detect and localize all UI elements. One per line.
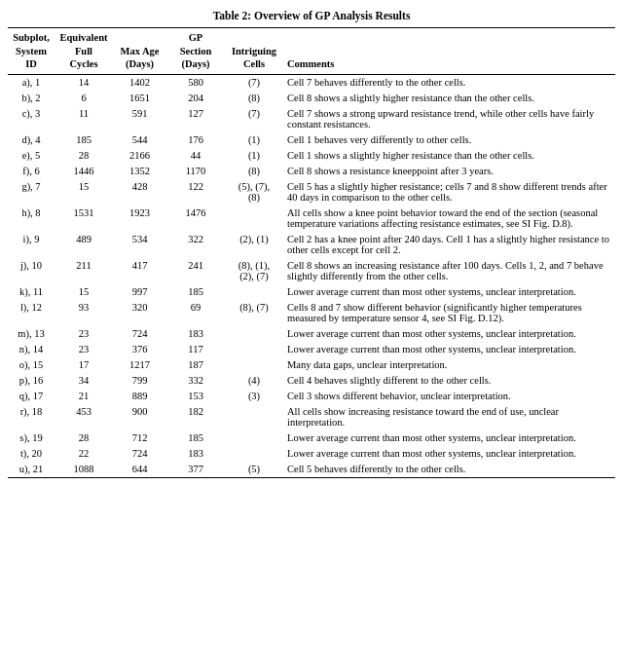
table-cell: 1352 — [113, 164, 166, 179]
table-cell: b), 2 — [8, 91, 55, 106]
table-cell: 122 — [166, 179, 225, 205]
table-cell: l), 12 — [8, 300, 55, 326]
table-cell: (8) — [225, 91, 283, 106]
table-cell: m), 13 — [8, 326, 55, 342]
table-cell: 1531 — [55, 205, 113, 232]
table-cell: g), 7 — [8, 179, 55, 205]
table-cell: f), 6 — [8, 164, 55, 179]
table-cell: Cell 7 behaves differently to the other … — [283, 74, 615, 91]
table-cell: 127 — [166, 106, 225, 132]
table-row: j), 10211417241(8), (1),(2), (7)Cell 8 s… — [8, 258, 615, 284]
table-cell: i), 9 — [8, 232, 55, 258]
table-cell: 34 — [55, 373, 113, 389]
table-cell: 1217 — [113, 357, 166, 373]
table-cell: 489 — [55, 232, 113, 258]
table-cell: 900 — [113, 404, 166, 430]
table-cell: (7) — [225, 106, 283, 132]
col-header-maxage: Max Age(Days) — [113, 28, 166, 75]
table-cell: 28 — [55, 148, 113, 164]
table-row: t), 2022724183Lower average current than… — [8, 446, 615, 462]
table-cell: (1) — [225, 148, 283, 164]
table-cell: 712 — [113, 430, 166, 446]
table-cell: j), 10 — [8, 258, 55, 284]
table-cell: Cell 8 shows a resistance kneeppoint aft… — [283, 164, 615, 179]
table-cell: 22 — [55, 446, 113, 462]
table-cell: 23 — [55, 326, 113, 342]
table-cell: 644 — [113, 462, 166, 478]
table-row: a), 1141402580(7)Cell 7 behaves differen… — [8, 74, 615, 91]
table-cell: (4) — [225, 373, 283, 389]
col-header-subplot: Subplot,SystemID — [8, 28, 55, 75]
table-cell: 204 — [166, 91, 225, 106]
col-header-cycles: EquivalentFullCycles — [55, 28, 113, 75]
table-cell: 1170 — [166, 164, 225, 179]
table-cell: 1476 — [166, 205, 225, 232]
table-cell: 799 — [113, 373, 166, 389]
table-cell: Cell 5 behaves differently to the other … — [283, 462, 615, 478]
table-cell — [225, 342, 283, 357]
table-cell: 6 — [55, 91, 113, 106]
table-cell: 176 — [166, 132, 225, 148]
table-title: Table 2: Overview of GP Analysis Results — [8, 10, 615, 21]
table-cell: u), 21 — [8, 462, 55, 478]
table-cell: 28 — [55, 430, 113, 446]
table-cell — [225, 446, 283, 462]
table-cell: Cell 7 shows a strong upward resistance … — [283, 106, 615, 132]
table-cell: All cells show a knee point behavior tow… — [283, 205, 615, 232]
table-cell: 377 — [166, 462, 225, 478]
table-row: g), 715428122(5), (7),(8)Cell 5 has a sl… — [8, 179, 615, 205]
table-cell: (8), (7) — [225, 300, 283, 326]
table-row: h), 8153119231476All cells show a knee p… — [8, 205, 615, 232]
table-cell: 580 — [166, 74, 225, 91]
table-cell: 185 — [166, 430, 225, 446]
table-cell: 332 — [166, 373, 225, 389]
table-row: s), 1928712185Lower average current than… — [8, 430, 615, 446]
table-cell: Cells 8 and 7 show different behavior (s… — [283, 300, 615, 326]
table-cell: (5) — [225, 462, 283, 478]
table-cell: h), 8 — [8, 205, 55, 232]
table-cell: c), 3 — [8, 106, 55, 132]
table-cell: Cell 5 has a slightly higher resistance;… — [283, 179, 615, 205]
table-cell: 23 — [55, 342, 113, 357]
table-cell: 428 — [113, 179, 166, 205]
table-cell: p), 16 — [8, 373, 55, 389]
table-cell: Cell 1 shows a slightly higher resistanc… — [283, 148, 615, 164]
table-row: b), 261651204(8)Cell 8 shows a slightly … — [8, 91, 615, 106]
table-cell: 182 — [166, 404, 225, 430]
table-row: u), 211088644377(5)Cell 5 behaves differ… — [8, 462, 615, 478]
table-cell: 1446 — [55, 164, 113, 179]
table-cell: 185 — [166, 284, 225, 300]
table-cell: Cell 4 behaves slightly different to the… — [283, 373, 615, 389]
table-cell: 153 — [166, 389, 225, 404]
table-cell: t), 20 — [8, 446, 55, 462]
table-cell: 1923 — [113, 205, 166, 232]
table-cell — [225, 404, 283, 430]
table-cell: 44 — [166, 148, 225, 164]
table-cell: 544 — [113, 132, 166, 148]
table-cell: 1651 — [113, 91, 166, 106]
table-cell — [225, 357, 283, 373]
table-row: c), 311591127(7)Cell 7 shows a strong up… — [8, 106, 615, 132]
table-row: l), 129332069(8), (7)Cells 8 and 7 show … — [8, 300, 615, 326]
table-cell: 21 — [55, 389, 113, 404]
table-cell: Cell 3 shows different behavior, unclear… — [283, 389, 615, 404]
table-cell: 2166 — [113, 148, 166, 164]
table-row: o), 15171217187Many data gaps, unclear i… — [8, 357, 615, 373]
table-cell: All cells show increasing resistance tow… — [283, 404, 615, 430]
table-cell: 376 — [113, 342, 166, 357]
table-cell: 11 — [55, 106, 113, 132]
table-cell: (8), (1),(2), (7) — [225, 258, 283, 284]
table-cell: 1402 — [113, 74, 166, 91]
table-cell: 183 — [166, 326, 225, 342]
table-cell — [225, 205, 283, 232]
table-cell: Many data gaps, unclear interpretation. — [283, 357, 615, 373]
table-row: e), 528216644(1)Cell 1 shows a slightly … — [8, 148, 615, 164]
table-cell: 889 — [113, 389, 166, 404]
table-cell: Lower average current than most other sy… — [283, 430, 615, 446]
table-row: n), 1423376117Lower average current than… — [8, 342, 615, 357]
table-cell: Lower average current than most other sy… — [283, 342, 615, 357]
table-cell: 183 — [166, 446, 225, 462]
table-row: f), 6144613521170(8)Cell 8 shows a resis… — [8, 164, 615, 179]
col-header-comments: Comments — [283, 28, 615, 75]
table-row: q), 1721889153(3)Cell 3 shows different … — [8, 389, 615, 404]
